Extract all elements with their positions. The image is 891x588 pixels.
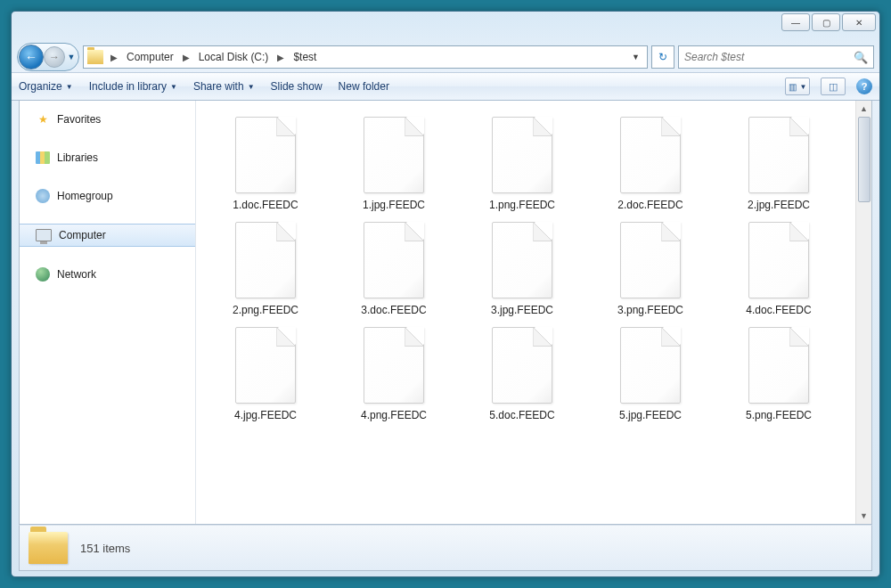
forward-button[interactable]: → — [44, 46, 65, 68]
sidebar-item-label: Favorites — [57, 113, 101, 126]
file-icon — [235, 327, 296, 404]
file-name: 1.doc.FEEDC — [233, 199, 298, 211]
file-item[interactable]: 2.doc.FEEDC — [586, 111, 715, 216]
sidebar-item-label: Network — [57, 268, 96, 281]
search-icon[interactable]: 🔍 — [854, 51, 868, 64]
computer-icon — [36, 229, 52, 241]
file-icon — [748, 327, 809, 404]
sidebar-favorites[interactable]: ★ Favorites — [20, 108, 195, 131]
file-item[interactable]: 1.png.FEEDC — [458, 111, 586, 216]
maximize-button[interactable]: ▢ — [812, 13, 840, 31]
navigation-pane: ★ Favorites Libraries Homegroup Computer — [20, 101, 196, 524]
file-name: 5.doc.FEEDC — [489, 409, 554, 421]
file-name: 3.jpg.FEEDC — [491, 304, 553, 316]
file-name: 5.png.FEEDC — [746, 409, 812, 421]
search-input[interactable] — [684, 51, 854, 63]
preview-pane-button[interactable]: ◫ — [821, 78, 846, 95]
star-icon: ★ — [36, 112, 50, 127]
organize-menu[interactable]: Organize▼ — [19, 80, 73, 93]
file-name: 4.doc.FEEDC — [746, 304, 811, 316]
file-item[interactable]: 4.png.FEEDC — [330, 322, 458, 427]
file-item[interactable]: 4.jpg.FEEDC — [201, 322, 330, 427]
explorer-body: ★ Favorites Libraries Homegroup Computer — [19, 101, 872, 525]
item-count: 151 items — [80, 542, 130, 555]
file-item[interactable]: 3.jpg.FEEDC — [458, 216, 586, 322]
file-name: 3.doc.FEEDC — [361, 304, 426, 316]
file-icon — [492, 222, 552, 298]
nav-history-dropdown[interactable]: ▼ — [65, 45, 78, 69]
sidebar-item-label: Computer — [59, 229, 106, 241]
file-item[interactable]: 3.png.FEEDC — [586, 216, 715, 322]
file-item[interactable]: 2.png.FEEDC — [201, 216, 330, 322]
folder-icon — [87, 50, 103, 64]
scroll-up-button[interactable]: ▲ — [856, 101, 871, 117]
file-icon — [748, 117, 809, 193]
file-item[interactable]: 1.doc.FEEDC — [201, 111, 330, 216]
breadcrumb-computer[interactable]: Computer — [121, 46, 179, 68]
file-name: 1.jpg.FEEDC — [363, 199, 425, 211]
file-item[interactable]: 5.doc.FEEDC — [458, 322, 586, 427]
file-name: 5.jpg.FEEDC — [619, 409, 682, 421]
include-library-menu[interactable]: Include in library▼ — [89, 80, 177, 93]
sidebar-computer[interactable]: Computer — [20, 224, 195, 247]
file-icon — [235, 222, 296, 298]
file-name: 3.png.FEEDC — [617, 304, 683, 316]
file-icon — [492, 327, 552, 404]
libraries-icon — [36, 151, 50, 164]
file-icon — [620, 117, 681, 193]
file-icon — [364, 327, 424, 404]
new-folder-button[interactable]: New folder — [339, 80, 389, 93]
refresh-button[interactable]: ↻ — [651, 45, 674, 69]
file-item[interactable]: 4.doc.FEEDC — [715, 216, 843, 322]
file-icon — [364, 117, 424, 193]
chevron-right-icon[interactable]: ▶ — [107, 53, 121, 62]
sidebar-network[interactable]: Network — [20, 263, 195, 286]
file-icon — [620, 327, 681, 404]
file-item[interactable]: 2.jpg.FEEDC — [715, 111, 843, 216]
file-grid: 1.doc.FEEDC1.jpg.FEEDC1.png.FEEDC2.doc.F… — [196, 101, 871, 437]
file-item[interactable]: 5.jpg.FEEDC — [586, 322, 715, 427]
chevron-right-icon[interactable]: ▶ — [179, 53, 193, 62]
sidebar-homegroup[interactable]: Homegroup — [20, 184, 195, 208]
network-icon — [36, 267, 50, 282]
explorer-window: — ▢ ✕ ← → ▼ ▶ Computer ▶ Local Disk (C:)… — [11, 11, 880, 577]
help-button[interactable]: ? — [856, 78, 872, 94]
file-icon — [748, 222, 809, 298]
scroll-down-button[interactable]: ▼ — [856, 508, 871, 524]
breadcrumb-folder[interactable]: $test — [288, 46, 322, 68]
scroll-thumb[interactable] — [858, 117, 871, 202]
file-icon — [235, 117, 296, 193]
chevron-right-icon[interactable]: ▶ — [274, 53, 288, 62]
address-bar[interactable]: ▶ Computer ▶ Local Disk (C:) ▶ $test ▼ — [83, 45, 648, 69]
change-view-button[interactable]: ▥▼ — [785, 78, 810, 95]
breadcrumb-drive[interactable]: Local Disk (C:) — [193, 46, 274, 68]
address-dropdown[interactable]: ▼ — [626, 53, 645, 61]
file-name: 4.jpg.FEEDC — [234, 409, 297, 421]
sidebar-item-label: Libraries — [57, 151, 98, 164]
vertical-scrollbar[interactable]: ▲ ▼ — [855, 101, 871, 524]
folder-icon — [29, 532, 68, 564]
back-button[interactable]: ← — [19, 45, 44, 69]
search-box[interactable]: 🔍 — [678, 45, 874, 69]
navbar: ← → ▼ ▶ Computer ▶ Local Disk (C:) ▶ $te… — [12, 42, 879, 72]
sidebar-item-label: Homegroup — [57, 190, 113, 202]
sidebar-libraries[interactable]: Libraries — [20, 147, 195, 168]
toolbar: Organize▼ Include in library▼ Share with… — [12, 72, 879, 101]
nav-arrows: ← → ▼ — [17, 43, 79, 71]
status-bar: 151 items — [19, 525, 872, 571]
share-with-menu[interactable]: Share with▼ — [193, 80, 255, 93]
file-item[interactable]: 5.png.FEEDC — [715, 322, 843, 427]
titlebar: — ▢ ✕ — [12, 12, 879, 42]
file-item[interactable]: 1.jpg.FEEDC — [330, 111, 458, 216]
file-name: 2.jpg.FEEDC — [748, 199, 810, 211]
slideshow-button[interactable]: Slide show — [271, 80, 323, 93]
file-item[interactable]: 3.doc.FEEDC — [330, 216, 458, 322]
minimize-button[interactable]: — — [781, 13, 810, 31]
close-button[interactable]: ✕ — [842, 13, 876, 31]
file-list-pane: 1.doc.FEEDC1.jpg.FEEDC1.png.FEEDC2.doc.F… — [196, 101, 871, 524]
file-name: 2.png.FEEDC — [233, 304, 298, 316]
file-icon — [492, 117, 552, 193]
file-icon — [620, 222, 681, 298]
file-name: 2.doc.FEEDC — [617, 199, 683, 211]
file-name: 4.png.FEEDC — [361, 409, 427, 421]
